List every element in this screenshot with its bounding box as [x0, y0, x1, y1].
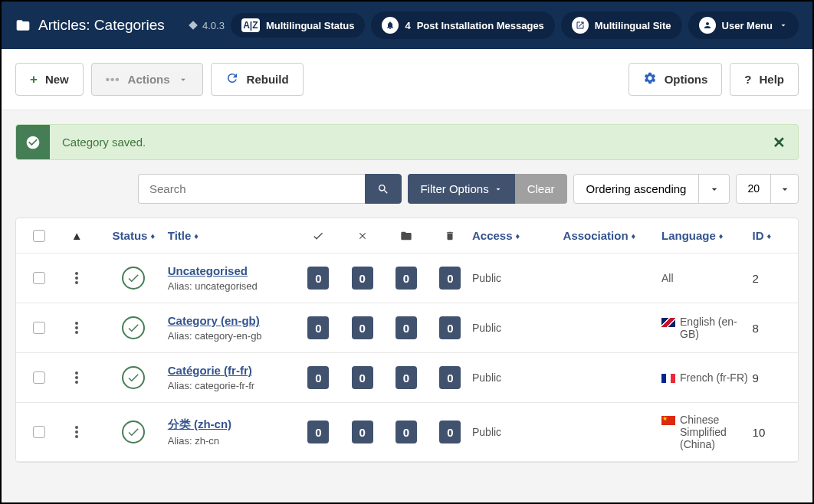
id-cell: 10	[753, 426, 790, 439]
multilingual-status-button[interactable]: A|Z Multilingual Status	[231, 13, 366, 38]
id-cell: 2	[753, 272, 790, 285]
categories-table: ▲ Status♦ Title♦ Access♦ Association♦ La…	[15, 218, 799, 463]
column-association[interactable]: Association♦	[563, 229, 661, 242]
unpublished-count[interactable]: 0	[352, 316, 373, 339]
plus-icon: +	[30, 72, 38, 87]
alert-message: Category saved.	[50, 125, 760, 159]
chevron-down-icon	[494, 185, 503, 194]
top-bar: Articles: Categories 4.0.3 A|Z Multiling…	[2, 2, 812, 49]
archived-count[interactable]: 0	[396, 316, 417, 339]
column-status[interactable]: Status♦	[100, 229, 168, 242]
language-cell: All	[661, 272, 753, 284]
table-row: Uncategorised Alias: uncategorised 0 0 0…	[16, 254, 798, 303]
category-title-link[interactable]: Category (en-gb)	[168, 314, 297, 327]
ordering-value: Ordering ascending	[574, 175, 699, 203]
ordering-select[interactable]: Ordering ascending	[573, 174, 730, 204]
table-row: Catégorie (fr-fr) Alias: categorie-fr-fr…	[16, 353, 798, 403]
sort-order-icon[interactable]: ▲	[71, 229, 83, 242]
status-published-icon[interactable]	[122, 366, 145, 389]
row-checkbox[interactable]	[33, 371, 45, 384]
unpublished-count[interactable]: 0	[352, 366, 373, 389]
category-title-link[interactable]: 分类 (zh-cn)	[168, 417, 297, 432]
filter-options-button[interactable]: Filter Options	[408, 174, 514, 204]
check-circle-icon	[16, 125, 50, 159]
row-actions-button[interactable]	[75, 426, 78, 438]
chevron-down-icon	[779, 21, 788, 30]
table-row: 分类 (zh-cn) Alias: zh-cn 0 0 0 0 Public C…	[16, 403, 798, 462]
select-all-checkbox[interactable]	[33, 230, 45, 242]
user-menu-button[interactable]: User Menu	[688, 11, 799, 39]
column-unpublished-icon[interactable]	[340, 231, 384, 241]
row-checkbox[interactable]	[33, 426, 45, 438]
search-icon	[377, 183, 389, 195]
notification-count: 4	[405, 20, 410, 31]
options-button[interactable]: Options	[629, 63, 723, 96]
category-alias: Alias: zh-cn	[168, 435, 297, 447]
published-count[interactable]: 0	[307, 316, 329, 339]
joomla-icon	[188, 20, 199, 31]
filter-bar: Filter Options Clear Ordering ascending …	[138, 174, 799, 204]
status-published-icon[interactable]	[122, 421, 145, 443]
archived-count[interactable]: 0	[396, 267, 417, 290]
column-title[interactable]: Title♦	[168, 229, 297, 242]
status-published-icon[interactable]	[122, 316, 145, 339]
alert-close-button[interactable]: ✕	[760, 133, 798, 152]
help-icon: ?	[744, 73, 751, 86]
unpublished-count[interactable]: 0	[352, 421, 373, 443]
column-id[interactable]: ID♦	[753, 229, 790, 242]
row-actions-button[interactable]	[75, 322, 78, 334]
column-published-icon[interactable]	[297, 230, 340, 242]
language-cell: French (fr-FR)	[661, 371, 753, 384]
limit-select[interactable]: 20	[736, 174, 799, 204]
row-actions-button[interactable]	[75, 272, 78, 284]
new-button[interactable]: + New	[15, 63, 84, 96]
column-access[interactable]: Access♦	[472, 229, 563, 242]
archived-count[interactable]: 0	[396, 366, 417, 389]
table-header: ▲ Status♦ Title♦ Access♦ Association♦ La…	[16, 218, 798, 254]
archived-count[interactable]: 0	[396, 421, 417, 443]
post-install-messages-button[interactable]: 4 Post Installation Messages	[371, 11, 554, 39]
rebuild-button[interactable]: Rebuild	[211, 63, 304, 96]
flag-icon	[661, 416, 675, 425]
access-level: Public	[472, 371, 563, 384]
category-title-link[interactable]: Uncategorised	[168, 264, 297, 277]
page-title: Articles: Categories	[15, 17, 165, 34]
user-icon	[699, 17, 716, 34]
row-actions-button[interactable]	[75, 371, 78, 384]
trashed-count[interactable]: 0	[439, 267, 461, 290]
column-archived-icon[interactable]	[384, 230, 428, 242]
version-label: 4.0.3	[188, 20, 225, 31]
search-button[interactable]	[365, 174, 402, 204]
success-alert: Category saved. ✕	[15, 124, 799, 160]
clear-button[interactable]: Clear	[515, 174, 567, 204]
column-trashed-icon[interactable]	[428, 231, 472, 241]
row-checkbox[interactable]	[33, 322, 45, 334]
access-level: Public	[472, 272, 563, 284]
trashed-count[interactable]: 0	[439, 421, 461, 443]
published-count[interactable]: 0	[307, 267, 329, 290]
translate-icon: A|Z	[241, 18, 260, 32]
row-checkbox[interactable]	[33, 272, 45, 284]
published-count[interactable]: 0	[307, 421, 329, 443]
actions-button[interactable]: ••• Actions	[91, 63, 203, 96]
multilingual-site-button[interactable]: Multilingual Site	[561, 11, 682, 39]
trashed-count[interactable]: 0	[439, 316, 461, 339]
column-language[interactable]: Language♦	[661, 229, 753, 242]
language-cell: English (en-GB)	[661, 316, 753, 340]
refresh-icon	[225, 71, 239, 87]
trashed-count[interactable]: 0	[439, 366, 461, 389]
id-cell: 9	[753, 371, 790, 385]
flag-icon	[661, 374, 675, 383]
published-count[interactable]: 0	[307, 366, 329, 389]
unpublished-count[interactable]: 0	[352, 267, 373, 290]
folder-icon	[15, 18, 31, 33]
category-title-link[interactable]: Catégorie (fr-fr)	[168, 364, 297, 377]
search-input[interactable]	[138, 174, 365, 204]
category-alias: Alias: category-en-gb	[168, 330, 297, 342]
status-published-icon[interactable]	[122, 267, 145, 290]
chevron-down-icon	[770, 175, 798, 203]
page-title-text: Articles: Categories	[38, 17, 165, 34]
help-button[interactable]: ? Help	[730, 63, 799, 96]
gear-icon	[643, 71, 657, 87]
access-level: Public	[472, 426, 563, 438]
